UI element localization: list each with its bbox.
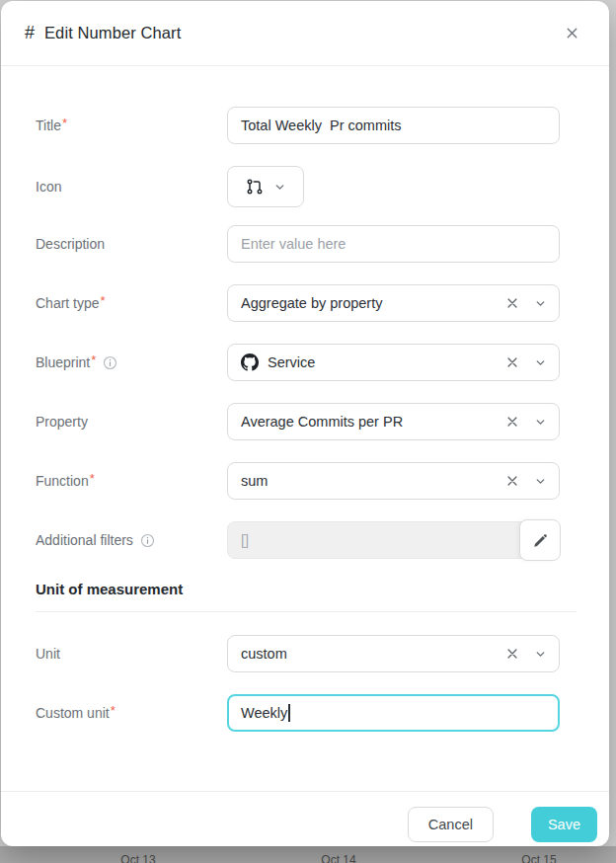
property-value: Average Commits per PR xyxy=(241,414,505,430)
cancel-button[interactable]: Cancel xyxy=(408,807,494,842)
field-row-function: Function* sum xyxy=(36,462,578,500)
info-icon[interactable] xyxy=(103,355,117,370)
function-label: Function* xyxy=(36,473,227,489)
github-icon xyxy=(241,353,259,371)
required-asterisk: * xyxy=(111,703,116,718)
chevron-down-icon[interactable] xyxy=(534,475,547,488)
required-asterisk: * xyxy=(90,471,95,486)
field-row-description: Description xyxy=(36,225,578,263)
save-button[interactable]: Save xyxy=(531,807,597,842)
edit-number-chart-dialog: # Edit Number Chart Title* Icon xyxy=(1,1,609,846)
icon-label: Icon xyxy=(36,179,227,195)
pencil-icon xyxy=(532,532,549,549)
field-row-icon: Icon xyxy=(36,166,578,207)
chevron-down-icon xyxy=(273,181,286,194)
info-icon[interactable] xyxy=(140,533,155,548)
blueprint-select[interactable]: Service xyxy=(227,344,560,381)
field-row-property: Property Average Commits per PR xyxy=(36,403,578,440)
edit-filters-button[interactable] xyxy=(519,519,561,561)
field-row-blueprint: Blueprint* Service xyxy=(36,344,578,381)
dialog-header: # Edit Number Chart xyxy=(1,1,609,66)
required-asterisk: * xyxy=(62,116,67,130)
background-chart-axis: Oct 13 Oct 14 Oct 15 xyxy=(0,846,616,863)
text-cursor xyxy=(288,704,290,722)
title-input[interactable] xyxy=(227,107,560,144)
unit-select[interactable]: custom xyxy=(227,635,560,672)
clear-icon[interactable] xyxy=(505,415,519,429)
icon-dropdown[interactable] xyxy=(227,166,304,207)
clear-icon[interactable] xyxy=(505,355,519,369)
property-label: Property xyxy=(36,414,227,430)
field-row-additional-filters: Additional filters [] xyxy=(36,521,578,559)
chart-type-value: Aggregate by property xyxy=(241,295,505,311)
unit-value: custom xyxy=(241,646,505,662)
section-divider xyxy=(36,611,577,612)
dialog-footer: Cancel Save xyxy=(1,791,609,846)
axis-tick-label: Oct 13 xyxy=(120,853,155,863)
function-select[interactable]: sum xyxy=(227,462,560,500)
field-row-title: Title* xyxy=(36,107,578,144)
required-asterisk: * xyxy=(101,293,106,308)
clear-icon[interactable] xyxy=(505,474,519,488)
property-select[interactable]: Average Commits per PR xyxy=(227,403,560,440)
chevron-down-icon[interactable] xyxy=(534,356,547,369)
blueprint-value: Service xyxy=(268,354,315,370)
chevron-down-icon[interactable] xyxy=(534,648,547,661)
chart-type-label: Chart type* xyxy=(36,295,227,311)
field-row-chart-type: Chart type* Aggregate by property xyxy=(36,284,578,322)
custom-unit-input[interactable]: Weekly xyxy=(227,694,560,732)
chevron-down-icon[interactable] xyxy=(534,416,547,429)
description-label: Description xyxy=(36,236,227,252)
close-icon xyxy=(565,26,579,40)
description-input[interactable] xyxy=(227,225,560,263)
clear-icon[interactable] xyxy=(505,647,519,661)
close-button[interactable] xyxy=(560,22,583,45)
title-label: Title* xyxy=(36,118,227,133)
clear-icon[interactable] xyxy=(505,296,519,310)
unit-label: Unit xyxy=(36,646,227,662)
hash-icon: # xyxy=(25,23,35,43)
axis-tick-label: Oct 15 xyxy=(521,853,556,863)
additional-filters-label: Additional filters xyxy=(36,532,227,548)
section-heading-unit-of-measurement: Unit of measurement xyxy=(36,581,578,597)
function-value: sum xyxy=(241,473,505,489)
chevron-down-icon[interactable] xyxy=(534,297,547,310)
dialog-body: Title* Icon xyxy=(1,66,609,791)
field-row-unit: Unit custom xyxy=(36,635,578,672)
field-row-custom-unit: Custom unit* Weekly xyxy=(36,694,578,732)
blueprint-label: Blueprint* xyxy=(36,354,227,370)
custom-unit-label: Custom unit* xyxy=(36,705,227,721)
git-pull-request-icon xyxy=(245,177,265,196)
axis-tick-label: Oct 14 xyxy=(321,853,355,863)
chart-type-select[interactable]: Aggregate by property xyxy=(227,284,560,322)
dialog-title: Edit Number Chart xyxy=(44,24,181,42)
additional-filters-input: [] xyxy=(227,521,560,559)
required-asterisk: * xyxy=(91,353,96,367)
